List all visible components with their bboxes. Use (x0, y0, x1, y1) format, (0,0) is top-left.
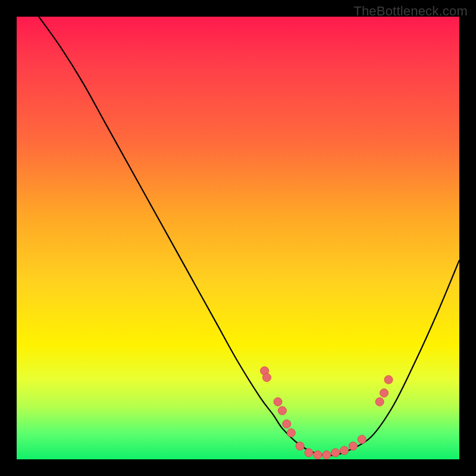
data-marker (322, 451, 331, 459)
data-marker (349, 442, 357, 450)
data-marker (314, 451, 322, 459)
marker-group (261, 367, 393, 459)
data-marker (262, 373, 271, 381)
data-marker (340, 446, 349, 455)
chart-svg (17, 17, 459, 459)
data-marker (358, 436, 366, 444)
watermark-text: TheBottleneck.com (353, 4, 468, 19)
data-marker (274, 397, 282, 406)
data-marker (296, 442, 304, 450)
data-marker (375, 397, 384, 406)
data-marker (384, 375, 393, 384)
bottleneck-curve (39, 17, 459, 456)
chart-frame: TheBottleneck.com (0, 0, 476, 476)
data-marker (305, 449, 313, 457)
data-marker (380, 389, 389, 397)
data-marker (283, 420, 291, 428)
data-marker (287, 428, 295, 437)
data-marker (278, 406, 286, 415)
data-marker (331, 449, 340, 457)
